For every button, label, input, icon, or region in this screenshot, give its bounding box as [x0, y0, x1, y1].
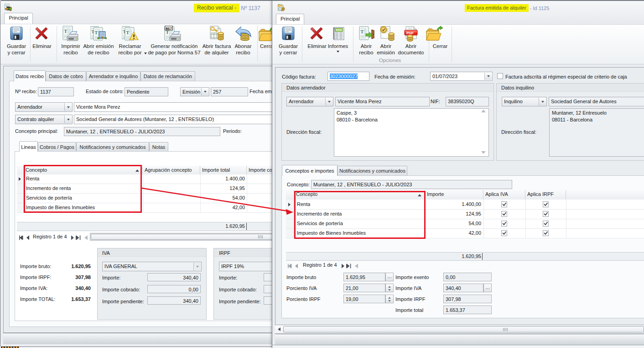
svg-text:PDF: PDF — [406, 31, 414, 35]
svg-text:T: T — [64, 29, 68, 34]
svg-text:T: T — [166, 30, 169, 35]
svg-text:N57: N57 — [166, 26, 172, 31]
svg-text:T: T — [95, 30, 98, 35]
svg-text:T: T — [126, 30, 130, 35]
svg-text:T: T — [361, 29, 364, 34]
